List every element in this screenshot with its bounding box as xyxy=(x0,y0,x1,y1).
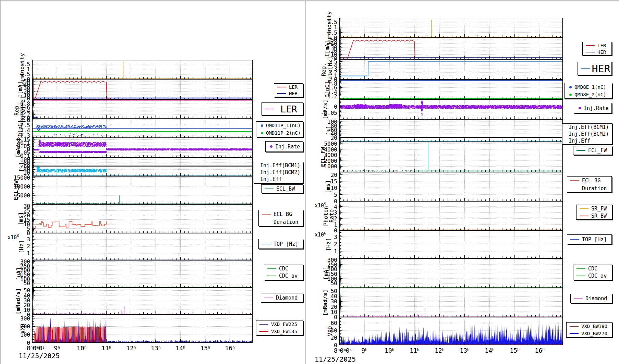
legend-eclfw-legend: ECL_FW xyxy=(573,146,612,155)
legend-line-marker xyxy=(570,239,579,240)
axis-title-cdc-current: [uA] xyxy=(323,267,329,280)
legend-label: QMD8E_2(nC) xyxy=(574,92,606,97)
legend-entry: TOP [Hz] xyxy=(259,239,303,248)
legend-label: TOP [Hz] xyxy=(582,236,607,243)
axis-title-top-rate: [Hz] xyxy=(325,238,332,251)
legend-line-marker xyxy=(277,93,286,94)
legend-spacer xyxy=(262,222,271,222)
legend-entry: CDC xyxy=(264,265,303,272)
legend-line-marker xyxy=(580,216,588,216)
strip-beam-current xyxy=(32,79,253,99)
legend-line-marker xyxy=(262,214,271,215)
legend-vxd-legend: VXD_BW180VXD_BW270 xyxy=(566,322,612,338)
axis-title-ecl-bg-duration: [ms] xyxy=(17,212,24,226)
legend-label: Inj.Eff xyxy=(569,138,590,144)
legend-injrate-legend: Inj.Rate xyxy=(574,103,612,113)
legend-label: VXD_FW135 xyxy=(271,329,297,334)
axis-title-charge: Q[nC] xyxy=(324,81,330,98)
legend-entry: ECL_BW xyxy=(262,185,303,193)
axis-title-diamond: [mRad/s] xyxy=(15,288,21,314)
legend-entry: VXD_BW270 xyxy=(567,330,612,338)
legend-entry: Inj.Rate xyxy=(266,142,303,151)
legend-label: SR_BW xyxy=(591,213,607,219)
legend-line-marker xyxy=(580,208,588,209)
legend-line-marker xyxy=(264,298,273,298)
x-tick-label: 16h xyxy=(221,344,239,352)
axis-title-top-rate: [Hz] xyxy=(18,240,25,253)
x-tick-label: 11h xyxy=(97,344,115,352)
legend-entry: SR_BW xyxy=(576,212,612,219)
y-tick-label: 200 xyxy=(6,323,30,330)
legend-line-marker xyxy=(576,268,585,269)
legend-entry: Inj.Eff xyxy=(254,176,303,183)
strip-top-rate xyxy=(32,233,253,260)
legend-line-marker xyxy=(267,276,276,276)
legend-line-marker xyxy=(581,68,590,69)
strip-photon-rate xyxy=(339,201,563,230)
legend-entry: HER xyxy=(274,90,303,97)
axis-title-photon-rate: Rate xyxy=(328,209,335,222)
legend-entry: Inj.Rate xyxy=(574,103,611,113)
legend-label: VXD_FW225 xyxy=(271,321,297,327)
legend-i-legend: LERHER xyxy=(582,42,612,56)
legend-entry: Diamond xyxy=(571,294,612,303)
legend-entry: VXD_FW135 xyxy=(256,328,303,336)
legend-entry: QMD11P_2(nC) xyxy=(256,129,303,137)
legend-label: ECL BG xyxy=(274,211,292,217)
legend-eclbw-legend: ECL_BW xyxy=(261,184,303,193)
strip-inj-rate xyxy=(339,99,563,119)
x-tick-label: 15h xyxy=(196,344,214,352)
strip-ecl-bg-duration xyxy=(339,172,563,201)
panel-right: 0.511.50Luminosity10203040500I[mA]123450… xyxy=(306,1,619,364)
axis-title-beam-current: I[mA] xyxy=(324,40,330,57)
legend-label: VXD_BW180 xyxy=(581,324,607,329)
axis-title-ecl-bg-duration: [ms] xyxy=(325,180,331,193)
x-tick-label: 9h xyxy=(355,347,373,354)
strip-cdc-current xyxy=(32,260,253,288)
scale-note: x106 xyxy=(315,231,326,238)
axis-title-ecl-bw: ECL_BW xyxy=(13,180,19,200)
strip-vxd xyxy=(339,317,563,345)
legend-line-marker xyxy=(262,244,271,244)
x-tick-label: 13h xyxy=(456,347,473,354)
legend-entry: CDC_av xyxy=(264,272,303,280)
legend-line-marker xyxy=(570,333,579,334)
legend-entry: Duration xyxy=(567,184,611,192)
legend-entry: Inj.Eff(BCM2) xyxy=(562,131,612,137)
y-tick-label: 100 xyxy=(6,331,30,338)
y-tick-label: 1.5 xyxy=(6,61,30,68)
legend-label: Inj.Eff(BCM1) xyxy=(260,162,300,169)
legend-entry: SR_FW xyxy=(576,205,612,212)
legend-label: Inj.Eff xyxy=(260,176,282,182)
x-tick-label: 9h xyxy=(48,344,66,352)
legend-line-marker xyxy=(586,52,595,52)
legend-label: HER xyxy=(289,91,298,96)
legend-line-marker xyxy=(570,180,579,181)
x-tick-label: 14h xyxy=(172,344,190,352)
x-tick-label: 14h xyxy=(481,347,499,354)
date-label: 11/25/2025 xyxy=(19,352,60,360)
legend-label: HER xyxy=(591,63,611,75)
strip-luminosity xyxy=(32,60,253,79)
legend-entry: Diamond xyxy=(261,293,303,302)
legend-label: ECL BG xyxy=(582,178,600,184)
legend-entry: Inj.Eff(BCM1) xyxy=(254,162,303,169)
legend-label: LER xyxy=(275,104,303,114)
legend-entry: Inj.Eff(BCM1) xyxy=(562,124,612,131)
y-tick-label: 300 xyxy=(6,315,30,322)
legend-q-legend: QMD8E_1(nC)QMD8E_2(nC) xyxy=(565,83,612,99)
axis-title-inj-eff: [%] xyxy=(18,162,25,172)
strip-ecl-fw xyxy=(339,142,563,172)
legend-vxd-legend: VXD_FW225VXD_FW135 xyxy=(256,320,303,336)
axis-title-inj-rate: [mA/s] xyxy=(15,138,21,158)
legend-label: Duration xyxy=(274,219,298,225)
legend-line-marker xyxy=(586,45,595,46)
legend-entry: Inj.Eff xyxy=(562,137,612,144)
axis-title-rep-rate: Rep. xyxy=(13,102,20,116)
legend-entry: TOP [Hz] xyxy=(567,235,611,244)
axis-title-cdc-current: [uA] xyxy=(15,267,22,281)
legend-entry: ECL BG xyxy=(567,177,611,184)
legend-injeff-legend: Inj.Eff(BCM1)Inj.Eff(BCM2)Inj.Eff xyxy=(562,123,612,145)
axis-title-vxd: VXD xyxy=(20,324,26,334)
legend-dot-marker xyxy=(579,107,581,109)
